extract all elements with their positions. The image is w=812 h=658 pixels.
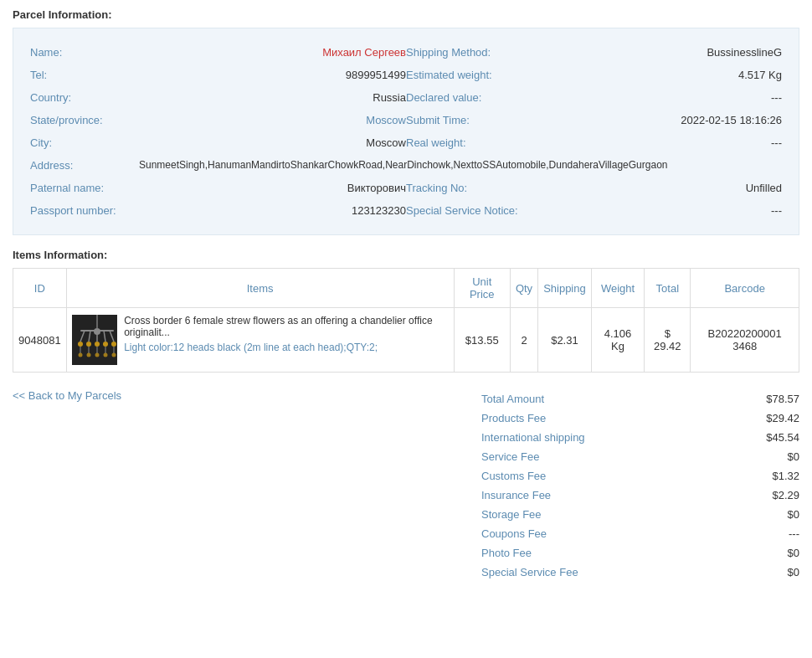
item-image [72, 315, 118, 365]
total-value: $78.57 [732, 393, 799, 405]
tracking-no-label: Tracking No: [406, 182, 515, 194]
col-total: Total [645, 269, 691, 308]
parcel-info-title: Parcel Information: [13, 8, 799, 21]
special-service-notice-value: --- [518, 204, 782, 217]
submit-time-label: Submit Time: [406, 114, 515, 126]
real-weight-row: Real weight: --- [406, 131, 782, 154]
shipping-method-label: Shipping Method: [406, 46, 515, 59]
special-service-notice-row: Special Service Notice: --- [406, 199, 782, 222]
total-label: Storage Fee [481, 508, 649, 521]
country-value: Russia [139, 91, 406, 104]
parcel-info-box: Name: Михаил Сергеев Shipping Method: Bu… [13, 28, 799, 235]
total-label: Special Service Fee [481, 566, 649, 578]
item-cell-inner: Cross border 6 female strew flowers as a… [72, 315, 449, 365]
city-value: Moscow [139, 136, 406, 149]
total-label: Photo Fee [481, 547, 649, 559]
svg-point-9 [95, 342, 100, 347]
total-label: Products Fee [481, 412, 649, 424]
total-value: $0 [732, 508, 799, 521]
total-label: Service Fee [481, 450, 649, 463]
total-label: International shipping [481, 431, 649, 444]
col-qty: Qty [510, 269, 537, 308]
table-header-row: ID Items Unit Price Qty Shipping Weight … [13, 269, 799, 308]
parcel-info-section: Parcel Information: Name: Михаил Сергеев… [13, 8, 799, 235]
bottom-section: << Back to My Parcels Total Amount$78.57… [13, 389, 799, 582]
item-desc-text: Cross border 6 female strew flowers as a… [124, 315, 448, 338]
submit-time-value: 2022-02-15 18:16:26 [515, 114, 782, 126]
col-weight: Weight [591, 269, 645, 308]
tel-label: Tel: [30, 69, 139, 81]
col-id: ID [13, 269, 67, 308]
country-label: Country: [30, 91, 139, 104]
estimated-weight-label: Estimated weight: [406, 69, 515, 81]
name-value: Михаил Сергеев [139, 46, 406, 59]
item-description-cell: Cross border 6 female strew flowers as a… [66, 308, 454, 373]
tracking-no-value: Unfilled [515, 182, 782, 194]
state-value: Moscow [139, 114, 406, 126]
svg-point-20 [95, 353, 99, 357]
item-shipping: $2.31 [538, 308, 592, 373]
col-items: Items [66, 269, 454, 308]
item-total: $ 29.42 [645, 308, 691, 373]
svg-line-5 [104, 331, 105, 342]
tracking-no-row: Tracking No: Unfilled [406, 177, 782, 199]
city-row: City: Moscow [30, 131, 406, 154]
shipping-method-value: BussinesslineG [515, 46, 782, 59]
estimated-weight-row: Estimated weight: 4.517 Kg [406, 64, 782, 86]
total-row: Coupons Fee--- [481, 524, 799, 543]
items-table: ID Items Unit Price Qty Shipping Weight … [13, 268, 799, 373]
col-unit-price: Unit Price [454, 269, 510, 308]
declared-value-value: --- [515, 91, 782, 104]
address-row: Address: SunmeetSingh,HanumanMandirtoSha… [30, 154, 782, 177]
table-row: 9048081 [13, 308, 799, 373]
declared-value-label: Declared value: [406, 91, 515, 104]
paternal-name-row: Paternal name: Викторович [30, 177, 406, 199]
total-row: Service Fee$0 [481, 447, 799, 466]
total-row: Photo Fee$0 [481, 543, 799, 563]
info-grid: Name: Михаил Сергеев Shipping Method: Bu… [30, 41, 782, 222]
special-service-notice-label: Special Service Notice: [406, 204, 518, 217]
item-id: 9048081 [13, 308, 67, 373]
country-row: Country: Russia [30, 86, 406, 109]
svg-point-8 [86, 342, 91, 347]
paternal-name-value: Викторович [139, 182, 406, 194]
svg-point-7 [78, 342, 83, 347]
estimated-weight-value: 4.517 Kg [515, 69, 782, 81]
svg-point-11 [111, 342, 116, 347]
back-to-parcels-link[interactable]: << Back to My Parcels [13, 389, 121, 402]
name-row: Name: Михаил Сергеев [30, 41, 406, 64]
total-label: Insurance Fee [481, 489, 649, 501]
paternal-name-label: Paternal name: [30, 182, 139, 194]
total-label: Coupons Fee [481, 527, 649, 540]
svg-line-2 [80, 331, 85, 342]
item-qty: 2 [510, 308, 537, 373]
item-unit-price: $13.55 [454, 308, 510, 373]
declared-value-row: Declared value: --- [406, 86, 782, 109]
total-label: Total Amount [481, 393, 649, 405]
total-row: Insurance Fee$2.29 [481, 486, 799, 505]
total-row: Total Amount$78.57 [481, 389, 799, 409]
item-weight: 4.106 Kg [591, 308, 645, 373]
total-value: $0 [732, 450, 799, 463]
total-value: $0 [732, 566, 799, 578]
passport-label: Passport number: [30, 204, 139, 217]
total-row: International shipping$45.54 [481, 428, 799, 447]
svg-point-18 [78, 353, 82, 357]
item-detail-text: Light color:12 heads black (2m line at e… [124, 342, 448, 353]
address-value: SunmeetSingh,HanumanMandirtoShankarChowk… [139, 159, 782, 171]
name-label: Name: [30, 46, 139, 59]
shipping-method-row: Shipping Method: BussinesslineG [406, 41, 782, 64]
real-weight-label: Real weight: [406, 136, 515, 149]
total-value: $29.42 [732, 412, 799, 424]
total-value: $1.32 [732, 470, 799, 482]
totals-table: Total Amount$78.57Products Fee$29.42Inte… [481, 389, 799, 582]
total-value: $2.29 [732, 489, 799, 501]
svg-line-3 [89, 331, 90, 342]
tel-value: 9899951499 [139, 69, 406, 81]
items-section: Items Information: ID Items Unit Price Q… [13, 249, 799, 373]
submit-time-row: Submit Time: 2022-02-15 18:16:26 [406, 109, 782, 131]
svg-point-10 [103, 342, 108, 347]
state-row: State/province: Moscow [30, 109, 406, 131]
passport-row: Passport number: 123123230 [30, 199, 406, 222]
items-info-title: Items Information: [13, 249, 799, 261]
